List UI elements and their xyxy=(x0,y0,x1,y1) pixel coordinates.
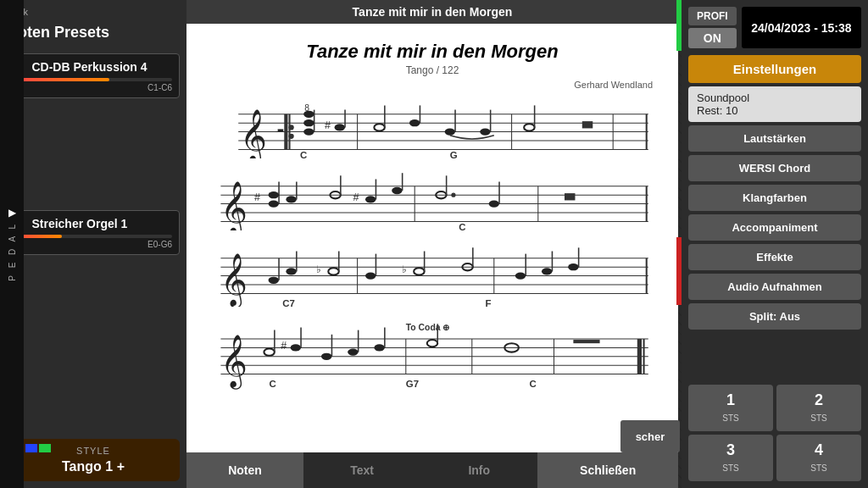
sts-label-4: STS xyxy=(810,463,826,473)
sheet-inner: Tanze mit mir in den Morgen Tango / 122 … xyxy=(186,24,678,452)
instrument-name-1: CD-DB Perkussion 4 xyxy=(31,60,147,74)
sheet-title: Tanze mit mir in den Morgen xyxy=(212,41,653,63)
staff-svg-1: 𝄞 𝄼 8 # xyxy=(212,97,653,158)
style-name: Tango 1 + xyxy=(14,459,173,474)
soundpool-box: Soundpool Rest: 10 xyxy=(688,86,861,122)
svg-point-114 xyxy=(427,340,437,347)
svg-text:#: # xyxy=(254,191,260,203)
menu-split[interactable]: Split: Aus xyxy=(688,303,861,330)
pedal-strip: ▶ P E D A L xyxy=(0,0,24,488)
sts-button-2[interactable]: 2 STS xyxy=(776,385,861,431)
svg-text:C: C xyxy=(270,379,276,389)
svg-point-19 xyxy=(374,124,384,130)
staff-row-4: 𝄞 To Coda ⊕ # xyxy=(212,317,653,395)
svg-point-27 xyxy=(524,124,534,130)
svg-text:#: # xyxy=(281,340,287,352)
menu-effekte[interactable]: Effekte xyxy=(688,244,861,270)
on-button[interactable]: ON xyxy=(688,28,737,48)
svg-point-81 xyxy=(414,268,424,274)
tab-info[interactable]: Info xyxy=(420,452,537,488)
sts-button-3[interactable]: 3 STS xyxy=(688,435,773,481)
bottom-tabs: Noten Text Info Schließen xyxy=(186,452,678,488)
pedal-arrow: ▶ xyxy=(8,207,16,219)
staff-svg-4: 𝄞 To Coda ⊕ # xyxy=(212,317,653,391)
svg-point-110 xyxy=(348,348,358,355)
svg-point-46 xyxy=(286,196,296,202)
right-top: PROFI ON 24/04/2023 - 15:38 xyxy=(688,7,861,48)
sheet-composer: Gerhard Wendland xyxy=(212,80,653,90)
svg-text:C7: C7 xyxy=(282,298,295,307)
center-title-bar: Tanze mit mir in den Morgen xyxy=(186,0,678,24)
scher-button[interactable]: scher xyxy=(620,420,680,452)
sts-label-2: STS xyxy=(810,413,826,423)
sts-num-2: 2 xyxy=(780,391,858,409)
right-panel: PROFI ON 24/04/2023 - 15:38 Einstellunge… xyxy=(682,0,868,488)
menu-audio-aufnahmen[interactable]: Audio Aufnahmen xyxy=(688,274,861,300)
svg-rect-60 xyxy=(565,193,575,200)
staff-svg-2: 𝄞 # # xyxy=(212,169,653,230)
svg-point-106 xyxy=(291,344,301,351)
svg-point-85 xyxy=(515,272,526,279)
sts-button-4[interactable]: 4 STS xyxy=(776,435,861,481)
svg-rect-29 xyxy=(582,121,593,128)
instrument-slot-1[interactable]: CD-DB Perkussion 4 C1-C6 xyxy=(7,53,180,98)
svg-text:C: C xyxy=(459,222,465,230)
svg-point-51 xyxy=(365,196,376,202)
svg-point-112 xyxy=(374,344,384,351)
menu-klangfarben[interactable]: Klangfarben xyxy=(688,185,861,211)
menu-wersi-chord[interactable]: WERSI Chord xyxy=(688,155,861,181)
pedal-label: P E D A L xyxy=(8,222,17,281)
svg-point-21 xyxy=(409,119,420,126)
svg-text:8: 8 xyxy=(304,103,309,113)
svg-point-13 xyxy=(303,119,314,126)
bank-label: Bank xyxy=(7,7,180,17)
sts-num-1: 1 xyxy=(692,391,770,409)
svg-text:To Coda ⊕: To Coda ⊕ xyxy=(406,322,450,331)
soundpool-rest: Rest: 10 xyxy=(697,104,853,117)
svg-point-17 xyxy=(335,124,345,130)
svg-point-45 xyxy=(269,191,279,198)
instrument-slot-2[interactable]: Streicher Orgel 1 E0-G6 xyxy=(7,210,180,255)
datetime-display: 24/04/2023 - 15:38 xyxy=(742,7,861,48)
profi-button[interactable]: PROFI xyxy=(688,7,737,25)
svg-text:G: G xyxy=(450,150,458,158)
svg-text:𝄞: 𝄞 xyxy=(220,334,248,389)
instrument-name-2: Streicher Orgel 1 xyxy=(31,217,127,230)
instrument-range-2: E0-G6 xyxy=(14,240,172,249)
svg-text:𝄞: 𝄞 xyxy=(220,181,248,230)
sts-label-1: STS xyxy=(722,413,738,423)
bank-title: Noten Presets xyxy=(7,24,180,42)
sts-button-1[interactable]: 1 STS xyxy=(688,385,773,431)
menu-accompaniment[interactable]: Accompaniment xyxy=(688,214,861,241)
tab-noten[interactable]: Noten xyxy=(186,452,303,488)
color-seg-blue xyxy=(25,444,37,452)
svg-point-23 xyxy=(445,128,455,135)
svg-text:#: # xyxy=(325,119,331,131)
menu-lautstarken[interactable]: Lautstärken xyxy=(688,125,861,152)
svg-point-73 xyxy=(286,268,296,274)
svg-text:♭: ♭ xyxy=(402,263,407,275)
tab-text[interactable]: Text xyxy=(303,452,420,488)
instrument-volume-fill-1 xyxy=(14,78,109,81)
svg-text:C: C xyxy=(529,379,536,389)
svg-point-11 xyxy=(303,128,314,135)
staff-row-1: 𝄞 𝄼 8 # xyxy=(212,97,653,162)
svg-point-89 xyxy=(568,263,578,270)
svg-text:F: F xyxy=(485,298,491,307)
soundpool-label: Soundpool xyxy=(697,92,853,104)
color-seg-green xyxy=(39,444,51,452)
svg-point-87 xyxy=(542,268,552,274)
sts-num-4: 4 xyxy=(780,441,858,459)
svg-point-57 xyxy=(451,192,455,197)
svg-text:𝄞: 𝄞 xyxy=(220,253,248,307)
instrument-volume-bar-1 xyxy=(14,78,172,81)
sts-label-3: STS xyxy=(722,463,738,473)
svg-point-43 xyxy=(269,200,279,207)
tab-schliessen[interactable]: Schließen xyxy=(537,452,678,488)
settings-button[interactable]: Einstellungen xyxy=(688,55,861,83)
sheet-container: Tanze mit mir in den Morgen Tango / 122 … xyxy=(186,24,678,452)
instrument-volume-bar-2 xyxy=(14,235,172,238)
sts-num-3: 3 xyxy=(692,441,770,459)
center-panel: Tanze mit mir in den Morgen Tanze mit mi… xyxy=(186,0,678,488)
svg-point-58 xyxy=(489,200,499,207)
